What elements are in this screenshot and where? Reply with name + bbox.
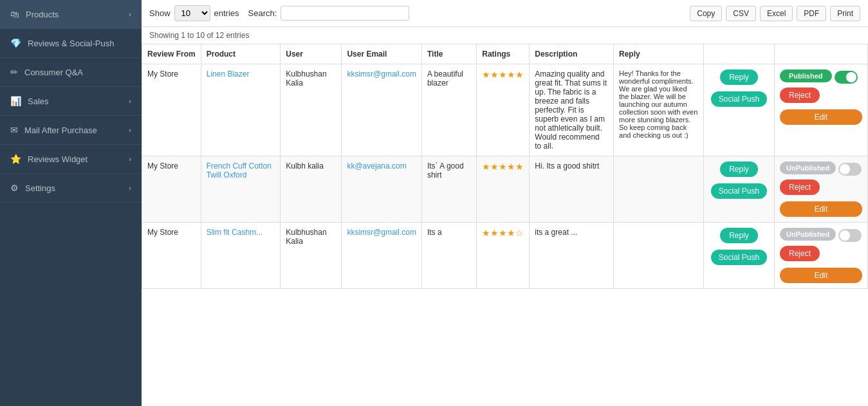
table-row: My Store Linen Blazer Kulbhushan Kalia k… xyxy=(142,64,868,156)
social-push-button[interactable]: Social Push xyxy=(711,91,767,107)
col-reply: Reply xyxy=(614,44,704,64)
social-push-button[interactable]: Social Push xyxy=(711,250,767,265)
cell-actions: Reply Social Push xyxy=(703,64,774,156)
sidebar: 🛍 Products › 💎 Reviews & Social-Push ✏ C… xyxy=(0,0,142,406)
mail-icon: ✉ xyxy=(10,125,18,135)
product-link[interactable]: French Cuff Cotton Twill Oxford xyxy=(207,161,272,180)
status-group: UnPublished Reject Edit xyxy=(780,228,862,283)
sidebar-item-sales[interactable]: 📊 Sales › xyxy=(0,87,142,116)
main-content: Show 10 25 50 100 entries Search: Copy C… xyxy=(142,0,868,406)
cell-status: UnPublished Reject Edit xyxy=(774,223,867,289)
chevron-right-icon: › xyxy=(129,126,131,134)
sidebar-item-label: Sales xyxy=(28,97,49,106)
csv-button[interactable]: CSV xyxy=(726,6,756,21)
cell-reply xyxy=(614,223,704,289)
table-row: My Store Slim fit Cashm... Kulbhushan Ka… xyxy=(142,223,868,289)
reply-button[interactable]: Reply xyxy=(720,228,758,243)
cell-actions: Reply Social Push xyxy=(703,156,774,223)
email-link[interactable]: kksimsr@gmail.com xyxy=(347,228,416,237)
qa-icon: ✏ xyxy=(10,67,18,77)
sidebar-item-label: Settings xyxy=(25,183,55,193)
action-group: Reply Social Push xyxy=(709,228,769,265)
reply-button[interactable]: Reply xyxy=(720,161,758,177)
sidebar-item-label: Products xyxy=(26,10,59,19)
status-toggle-row: UnPublished xyxy=(780,228,862,243)
widget-icon: ⭐ xyxy=(10,154,21,164)
sidebar-item-mail-after-purchase[interactable]: ✉ Mail After Purchase › xyxy=(0,116,142,145)
print-button[interactable]: Print xyxy=(830,6,860,21)
cell-reply xyxy=(614,156,704,223)
email-link[interactable]: kksimsr@gmail.com xyxy=(347,69,416,78)
cell-description: its a great ... xyxy=(530,223,614,289)
status-badge: UnPublished xyxy=(780,161,836,174)
sidebar-item-label: Reviews Widget xyxy=(28,154,88,164)
cell-user-email: kksimsr@gmail.com xyxy=(342,64,422,156)
sidebar-item-reviews-social-push[interactable]: 💎 Reviews & Social-Push xyxy=(0,29,142,58)
table-header-row: Review From Product User User Email Titl… xyxy=(142,44,868,64)
sidebar-item-reviews-widget[interactable]: ⭐ Reviews Widget › xyxy=(0,145,142,174)
cell-review-from: My Store xyxy=(142,64,201,156)
copy-button[interactable]: Copy xyxy=(690,6,722,21)
col-actions xyxy=(703,44,774,64)
toggle-slider xyxy=(835,71,858,84)
col-user: User xyxy=(281,44,342,64)
action-group: Reply Social Push xyxy=(709,161,769,199)
chevron-right-icon: › xyxy=(129,10,131,18)
excel-button[interactable]: Excel xyxy=(760,6,793,21)
star-rating: ★★★★☆ xyxy=(482,228,524,238)
col-review-from: Review From xyxy=(142,44,201,64)
toggle-slider xyxy=(838,229,862,242)
cell-reply: Hey! Thanks for the wonderful compliment… xyxy=(614,64,704,156)
publish-toggle[interactable] xyxy=(835,71,858,84)
edit-button[interactable]: Edit xyxy=(780,201,862,217)
entries-label: entries xyxy=(214,8,239,18)
reject-button[interactable]: Reject xyxy=(780,246,820,261)
cell-user: Kulbhushan Kalia xyxy=(281,223,342,289)
entries-info: Showing 1 to 10 of 12 entries xyxy=(149,31,249,40)
star-rating: ★★★★★ xyxy=(482,161,524,172)
chevron-right-icon: › xyxy=(129,155,131,163)
sidebar-item-products[interactable]: 🛍 Products › xyxy=(0,0,142,29)
search-input[interactable] xyxy=(281,6,409,21)
reject-button[interactable]: Reject xyxy=(780,88,820,103)
toolbar: Show 10 25 50 100 entries Search: Copy C… xyxy=(142,0,868,27)
pdf-button[interactable]: PDF xyxy=(797,6,826,21)
sales-icon: 📊 xyxy=(10,96,21,106)
email-link[interactable]: kk@avejana.com xyxy=(347,161,406,171)
publish-toggle[interactable] xyxy=(838,163,862,176)
cell-review-from: My Store xyxy=(142,223,201,289)
edit-button[interactable]: Edit xyxy=(780,268,862,283)
col-description: Description xyxy=(530,44,614,64)
reply-button[interactable]: Reply xyxy=(720,69,758,85)
sidebar-item-settings[interactable]: ⚙ Settings › xyxy=(0,174,142,203)
cell-title: Its` A good shirt xyxy=(421,156,476,223)
product-link[interactable]: Linen Blazer xyxy=(207,69,250,78)
cell-product: French Cuff Cotton Twill Oxford xyxy=(201,156,281,223)
sidebar-item-label: Consumer Q&A xyxy=(24,68,83,77)
chevron-right-icon: › xyxy=(129,97,131,105)
cell-user-email: kk@avejana.com xyxy=(342,156,422,223)
cell-user-email: kksimsr@gmail.com xyxy=(342,223,422,289)
cell-description: Hi. Its a good shitrt xyxy=(530,156,614,223)
sidebar-item-consumer-qa[interactable]: ✏ Consumer Q&A xyxy=(0,58,142,87)
search-label: Search: xyxy=(248,8,277,18)
show-select[interactable]: 10 25 50 100 xyxy=(174,5,210,21)
star-rating: ★★★★★ xyxy=(482,69,524,80)
publish-toggle[interactable] xyxy=(838,229,862,242)
status-badge: UnPublished xyxy=(780,228,836,241)
col-status xyxy=(774,44,867,64)
social-push-button[interactable]: Social Push xyxy=(711,183,767,199)
reject-button[interactable]: Reject xyxy=(780,180,820,195)
settings-icon: ⚙ xyxy=(10,183,19,193)
cell-status: UnPublished Reject Edit xyxy=(774,156,867,223)
sidebar-item-label: Mail After Purchase xyxy=(24,125,97,135)
col-user-email: User Email xyxy=(342,44,422,64)
reviews-table: Review From Product User User Email Titl… xyxy=(142,44,868,289)
show-label: Show xyxy=(149,8,171,18)
status-toggle-row: Published xyxy=(780,69,858,85)
product-link[interactable]: Slim fit Cashm... xyxy=(207,228,263,237)
cell-title: Its a xyxy=(421,223,476,289)
edit-button[interactable]: Edit xyxy=(780,109,862,125)
col-title: Title xyxy=(421,44,476,64)
status-group: UnPublished Reject Edit xyxy=(780,161,862,217)
